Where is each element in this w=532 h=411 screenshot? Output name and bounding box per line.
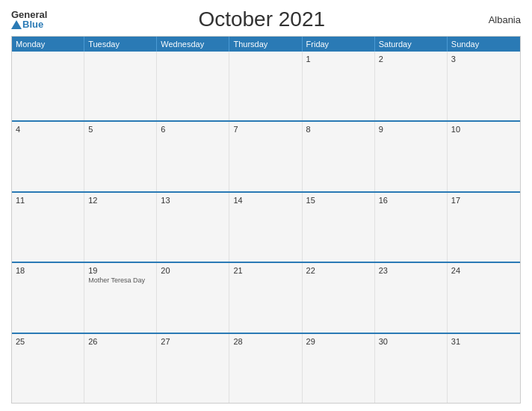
calendar-cell: 23 bbox=[375, 263, 448, 332]
calendar-cell: 13 bbox=[157, 193, 229, 262]
calendar-cell: 24 bbox=[448, 263, 520, 332]
day-number: 6 bbox=[161, 125, 225, 134]
day-number: 12 bbox=[88, 196, 152, 205]
day-number: 2 bbox=[379, 55, 443, 64]
calendar-week: 45678910 bbox=[12, 120, 520, 191]
calendar-cell: 10 bbox=[448, 122, 520, 191]
day-number: 18 bbox=[16, 266, 80, 275]
calendar-cell: 25 bbox=[12, 334, 84, 403]
logo: General Blue bbox=[11, 10, 47, 29]
day-number: 29 bbox=[306, 337, 371, 346]
day-number: 21 bbox=[233, 266, 297, 275]
calendar-cell: 12 bbox=[84, 193, 157, 262]
day-number: 26 bbox=[88, 337, 152, 346]
calendar: MondayTuesdayWednesdayThursdayFridaySatu… bbox=[11, 36, 521, 404]
calendar-cell: 28 bbox=[229, 334, 302, 403]
calendar-cell: 19Mother Teresa Day bbox=[84, 263, 157, 332]
calendar-cell: 11 bbox=[12, 193, 84, 262]
day-number: 23 bbox=[379, 266, 443, 275]
day-number: 17 bbox=[451, 196, 516, 205]
calendar-cell: 18 bbox=[12, 263, 84, 332]
day-number: 31 bbox=[451, 337, 516, 346]
country-label: Albania bbox=[476, 14, 521, 25]
calendar-cell: 3 bbox=[448, 52, 520, 120]
calendar-week: 123 bbox=[12, 52, 520, 120]
weekday-header: Thursday bbox=[229, 37, 302, 52]
calendar-cell: 2 bbox=[375, 52, 448, 120]
calendar-cell: 26 bbox=[84, 334, 157, 403]
day-number: 24 bbox=[451, 266, 516, 275]
day-number: 27 bbox=[161, 337, 225, 346]
day-number: 7 bbox=[233, 125, 297, 134]
day-number: 13 bbox=[161, 196, 225, 205]
calendar-week: 1819Mother Teresa Day2021222324 bbox=[12, 262, 520, 332]
logo-blue-text: Blue bbox=[11, 19, 47, 29]
calendar-cell: 20 bbox=[157, 263, 229, 332]
weekday-header: Sunday bbox=[448, 37, 520, 52]
calendar-cell bbox=[157, 52, 229, 120]
weekday-header: Friday bbox=[303, 37, 375, 52]
day-number: 28 bbox=[233, 337, 297, 346]
calendar-title: October 2021 bbox=[47, 7, 476, 31]
calendar-body: 12345678910111213141516171819Mother Tere… bbox=[12, 52, 520, 403]
weekday-header: Wednesday bbox=[157, 37, 229, 52]
day-number: 16 bbox=[379, 196, 443, 205]
calendar-cell: 5 bbox=[84, 122, 157, 191]
calendar-cell: 14 bbox=[229, 193, 302, 262]
calendar-cell: 22 bbox=[303, 263, 375, 332]
day-number: 5 bbox=[88, 125, 152, 134]
weekday-header: Saturday bbox=[375, 37, 448, 52]
calendar-cell bbox=[229, 52, 302, 120]
calendar-cell: 4 bbox=[12, 122, 84, 191]
calendar-cell: 16 bbox=[375, 193, 448, 262]
weekday-header: Tuesday bbox=[84, 37, 157, 52]
calendar-cell bbox=[84, 52, 157, 120]
day-number: 11 bbox=[16, 196, 80, 205]
header: General Blue October 2021 Albania bbox=[11, 7, 521, 31]
calendar-cell: 8 bbox=[303, 122, 375, 191]
calendar-cell: 30 bbox=[375, 334, 448, 403]
calendar-cell bbox=[12, 52, 84, 120]
calendar-week: 11121314151617 bbox=[12, 191, 520, 262]
calendar-cell: 31 bbox=[448, 334, 520, 403]
page: General Blue October 2021 Albania Monday… bbox=[0, 0, 532, 411]
day-number: 9 bbox=[379, 125, 443, 134]
calendar-cell: 27 bbox=[157, 334, 229, 403]
day-number: 15 bbox=[306, 196, 371, 205]
weekday-header: Monday bbox=[12, 37, 84, 52]
calendar-cell: 15 bbox=[303, 193, 375, 262]
day-number: 19 bbox=[88, 266, 152, 275]
day-number: 25 bbox=[16, 337, 80, 346]
calendar-header: MondayTuesdayWednesdayThursdayFridaySatu… bbox=[12, 37, 520, 52]
day-number: 14 bbox=[233, 196, 297, 205]
calendar-cell: 29 bbox=[303, 334, 375, 403]
calendar-cell: 9 bbox=[375, 122, 448, 191]
calendar-week: 25262728293031 bbox=[12, 333, 520, 403]
calendar-cell: 7 bbox=[229, 122, 302, 191]
calendar-cell: 21 bbox=[229, 263, 302, 332]
day-number: 30 bbox=[379, 337, 443, 346]
logo-triangle-icon bbox=[11, 20, 22, 29]
calendar-cell: 6 bbox=[157, 122, 229, 191]
day-number: 3 bbox=[451, 55, 516, 64]
calendar-cell: 17 bbox=[448, 193, 520, 262]
day-number: 8 bbox=[306, 125, 371, 134]
day-number: 22 bbox=[306, 266, 371, 275]
day-number: 20 bbox=[161, 266, 225, 275]
day-number: 10 bbox=[451, 125, 516, 134]
holiday-label: Mother Teresa Day bbox=[88, 276, 152, 284]
calendar-cell: 1 bbox=[303, 52, 375, 120]
day-number: 4 bbox=[16, 125, 80, 134]
day-number: 1 bbox=[306, 55, 371, 64]
